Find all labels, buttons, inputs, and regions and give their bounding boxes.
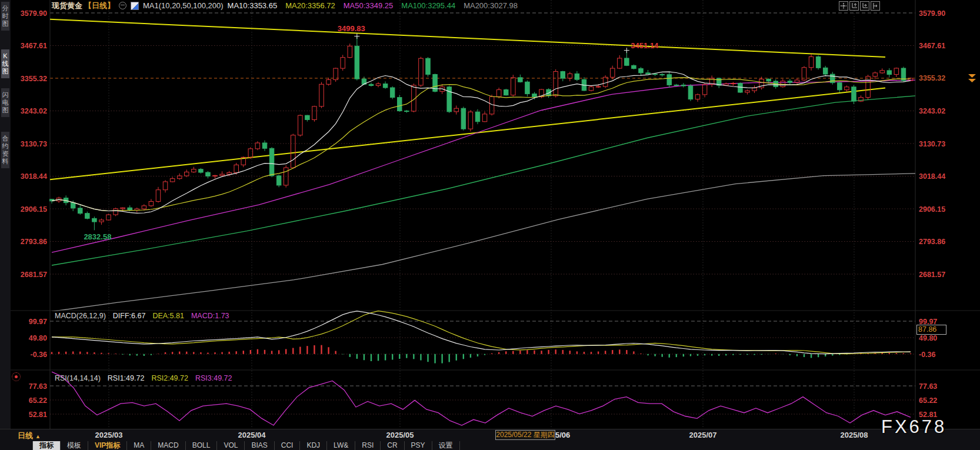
toolbar-item-0[interactable]: 指标 bbox=[32, 441, 61, 450]
mini-chart-icon[interactable] bbox=[131, 2, 139, 10]
crosshair-date-badge: 2025/05/22 星期四 bbox=[495, 430, 555, 440]
price-label-left-7: 2793.86 bbox=[21, 238, 47, 246]
symbol-name: 现货黄金 bbox=[52, 1, 82, 11]
rsi-label-left-0: 77.63 bbox=[29, 382, 47, 391]
price-axis: 3579.903579.903467.613467.613355.323243.… bbox=[21, 9, 945, 279]
toolbar-item-11[interactable]: RSI bbox=[355, 441, 381, 450]
price-label-right-5: 3018.44 bbox=[919, 172, 945, 181]
toolbar-item-4[interactable]: MACD bbox=[151, 441, 185, 450]
rsi-label-left-2: 52.81 bbox=[29, 411, 47, 419]
sidebar-item-0[interactable]: 分时图 bbox=[1, 2, 9, 31]
price-label-left-4: 3130.73 bbox=[21, 140, 47, 148]
rsi3-value: RSI3:49.72 bbox=[195, 374, 232, 382]
rsi-axis: 77.6377.6365.2265.2252.8152.81 bbox=[29, 382, 938, 419]
reset-scale-icon[interactable] bbox=[871, 1, 880, 11]
price-label-left-2: 3355.32 bbox=[21, 75, 47, 83]
indicator-toolbar: 指标模板VIP指标MAMACDBOLLVOLBIASCCIKDJLW&RSICR… bbox=[0, 441, 980, 450]
watermark: FX678 bbox=[881, 416, 946, 438]
ma-value-2: MA50:3349.25 bbox=[344, 1, 394, 10]
month-tick-1: 2025/04 bbox=[238, 431, 266, 439]
macd-crosshair-value: 87.86 bbox=[916, 325, 946, 335]
macd-label-right-1: 49.80 bbox=[919, 334, 937, 342]
price-label-left-0: 3579.90 bbox=[21, 9, 47, 18]
price-label-right-3: 3243.02 bbox=[919, 107, 945, 115]
macd-label-right-2: -0.36 bbox=[919, 351, 936, 359]
toolbar-item-14[interactable]: 设置 bbox=[432, 441, 460, 450]
price-label-right-0: 3579.90 bbox=[919, 9, 945, 18]
toolbar-item-5[interactable]: BOLL bbox=[186, 441, 218, 450]
macd-diff-value: DIFF:6.67 bbox=[113, 312, 146, 320]
toolbar-item-10[interactable]: LW& bbox=[327, 441, 355, 450]
toolbar-item-8[interactable]: CCI bbox=[275, 441, 301, 450]
rsi-title: RSI(14,14,14) bbox=[55, 374, 101, 382]
period-tag: 【日线】 bbox=[84, 1, 115, 11]
candles bbox=[49, 36, 913, 231]
rsi-label-right-0: 77.63 bbox=[919, 382, 937, 391]
price-label-right-1: 3467.61 bbox=[919, 42, 945, 50]
rsi-label-right-1: 65.22 bbox=[919, 396, 937, 405]
month-tick-2: 2025/05 bbox=[386, 431, 414, 439]
ma-set-label: MA1(10,20,50,100,200) bbox=[143, 1, 224, 10]
scale-y-axis-icon[interactable] bbox=[849, 1, 859, 11]
price-label-left-1: 3467.61 bbox=[21, 42, 47, 50]
current-price-tag: 3355.32 bbox=[919, 74, 945, 82]
annotations: 3499.833451.142832.58 bbox=[84, 24, 659, 242]
toolbar-item-9[interactable]: KDJ bbox=[300, 441, 327, 450]
period-selector[interactable]: 日线▲ bbox=[18, 431, 41, 441]
toolbar-item-3[interactable]: MA bbox=[127, 441, 151, 450]
chart-header: 现货黄金 【日线】 MA1(10,20,50,100,200) MA10:335… bbox=[52, 1, 518, 11]
scale-x-axis-icon[interactable] bbox=[860, 1, 869, 11]
sidebar-item-3[interactable]: 合约资料 bbox=[1, 132, 9, 168]
annotation-3499.83: 3499.83 bbox=[338, 24, 365, 33]
price-label-left-3: 3243.02 bbox=[21, 107, 47, 115]
month-tick-0: 2025/03 bbox=[95, 431, 123, 439]
collapse-circle-icon[interactable] bbox=[119, 2, 126, 9]
month-tick-3: 2025/07 bbox=[689, 431, 717, 439]
toolbar-item-7[interactable]: BIAS bbox=[245, 441, 274, 450]
rsi-label-left-1: 65.22 bbox=[29, 396, 47, 405]
toolbar-item-12[interactable]: CR bbox=[381, 441, 404, 450]
price-label-left-6: 2906.15 bbox=[21, 205, 47, 214]
toolbar-item-6[interactable]: VOL bbox=[217, 441, 245, 450]
upper-trendline bbox=[50, 19, 885, 57]
price-label-right-6: 2906.15 bbox=[919, 205, 945, 214]
crosshair-icon[interactable] bbox=[839, 1, 848, 11]
ma10-line bbox=[52, 72, 911, 213]
main-chart bbox=[49, 19, 915, 312]
price-label-left-8: 2681.57 bbox=[21, 271, 47, 279]
ma50-line bbox=[52, 80, 915, 252]
ma-value-1: MA20:3356.72 bbox=[285, 1, 335, 10]
rsi1-value: RSI1:49.72 bbox=[108, 374, 145, 382]
lower-trendline bbox=[50, 88, 885, 180]
period-arrow-icon: ▲ bbox=[35, 434, 41, 439]
price-label-left-5: 3018.44 bbox=[21, 172, 47, 181]
ma-values: MA10:3353.65MA20:3356.72MA50:3349.25MA10… bbox=[228, 1, 518, 10]
chart-type-sidebar: 分时图K线图闪电图合约资料 bbox=[0, 0, 11, 429]
toolbar-item-2[interactable]: VIP指标 bbox=[88, 441, 127, 450]
indicator-settings-icon[interactable] bbox=[12, 372, 21, 381]
partial-month-tick: 5/06 bbox=[555, 431, 570, 439]
price-label-right-8: 2681.57 bbox=[919, 271, 945, 279]
toolbar-item-13[interactable]: PSY bbox=[405, 441, 432, 450]
annotation-3451.14: 3451.14 bbox=[631, 41, 659, 50]
macd-label-left-1: 49.80 bbox=[29, 334, 47, 342]
macd-label-left-0: 99.97 bbox=[29, 318, 47, 326]
month-gridlines bbox=[109, 0, 854, 429]
chart-tool-icons bbox=[839, 1, 880, 11]
date-axis-row: 日线▲ 2025/05/22 星期四 5/06 2025/032025/0420… bbox=[0, 429, 980, 442]
sidebar-item-2[interactable]: 闪电图 bbox=[1, 88, 9, 117]
macd-title: MACD(26,12,9) bbox=[55, 312, 106, 320]
rsi-header: RSI(14,14,14) RSI1:49.72 RSI2:49.72 RSI3… bbox=[55, 374, 232, 382]
sidebar-item-1[interactable]: K线图 bbox=[1, 49, 9, 78]
annotation-2832.58: 2832.58 bbox=[84, 232, 111, 241]
month-tick-4: 2025/08 bbox=[841, 431, 868, 439]
toolbar-item-1[interactable]: 模板 bbox=[61, 441, 88, 450]
ma-value-4: MA200:3027.98 bbox=[464, 1, 518, 10]
price-label-right-4: 3130.73 bbox=[919, 140, 945, 148]
chart-canvas[interactable]: 3579.903579.903467.613467.613355.323243.… bbox=[0, 0, 980, 450]
rsi2-value: RSI2:49.72 bbox=[151, 374, 188, 382]
macd-macd-value: MACD:1.73 bbox=[191, 312, 229, 320]
ma-value-0: MA10:3353.65 bbox=[228, 1, 278, 10]
macd-header: MACD(26,12,9) DIFF:6.67 DEA:5.81 MACD:1.… bbox=[55, 312, 229, 320]
ma20-line bbox=[52, 78, 911, 211]
